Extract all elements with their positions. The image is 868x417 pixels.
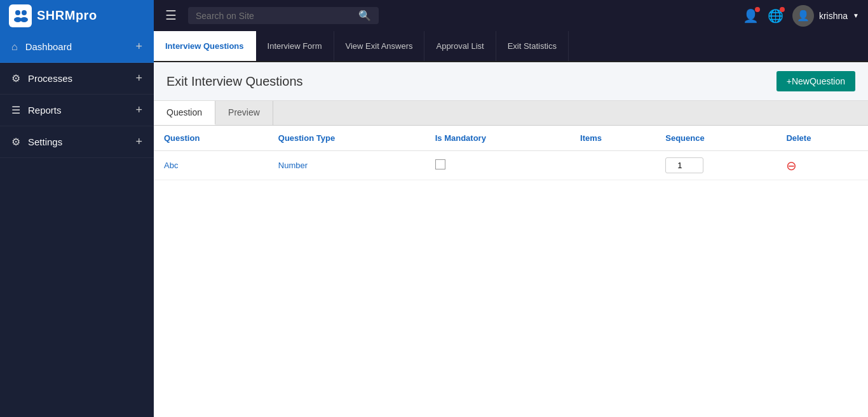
avatar: 👤 [792, 5, 814, 27]
table-row: Abc Number ⊖ [154, 151, 868, 180]
hamburger-button[interactable]: ☰ [154, 0, 188, 31]
logo-icon [9, 4, 32, 27]
logo-area: SHRMpro [0, 0, 154, 31]
reports-icon: ☰ [11, 104, 20, 116]
mandatory-checkbox[interactable] [435, 159, 445, 169]
col-delete: Delete [776, 126, 868, 151]
question-type-link[interactable]: Number [278, 161, 308, 170]
top-right-icons: 👤 🌐 👤 krishna ▼ [743, 5, 868, 27]
page-title: Exit Interview Questions [166, 74, 303, 89]
cell-question: Abc [154, 151, 268, 180]
sidebar-item-settings[interactable]: ⚙ Settings + [0, 126, 154, 158]
sub-tabs: Question Preview [154, 101, 868, 126]
search-area: 🔍 [188, 7, 379, 24]
settings-icon: ⚙ [11, 136, 20, 148]
sidebar-label-dashboard: Dashboard [25, 41, 72, 52]
sequence-input[interactable] [665, 157, 703, 173]
sidebar: ⌂ Dashboard + ⚙ Processes + ☰ Reports + … [0, 31, 154, 417]
home-icon: ⌂ [11, 41, 18, 53]
sidebar-label-processes: Processes [28, 73, 72, 84]
main-layout: ⌂ Dashboard + ⚙ Processes + ☰ Reports + … [0, 31, 868, 417]
chevron-down-icon: ▼ [853, 12, 859, 19]
user-notification-icon[interactable]: 👤 [743, 8, 759, 23]
tab-interview-questions[interactable]: Interview Questions [154, 31, 256, 61]
questions-table: Question Question Type Is Mandatory Item… [154, 126, 868, 180]
sidebar-plus-settings: + [135, 135, 142, 149]
search-input[interactable] [196, 11, 353, 21]
globe-icon[interactable]: 🌐 [768, 8, 783, 23]
search-icon: 🔍 [358, 10, 371, 22]
processes-icon: ⚙ [11, 72, 20, 84]
question-link[interactable]: Abc [164, 161, 178, 170]
tab-interview-form[interactable]: Interview Form [256, 31, 334, 61]
table-header-row: Question Question Type Is Mandatory Item… [154, 126, 868, 151]
content-area: Interview Questions Interview Form View … [154, 31, 868, 417]
sidebar-label-settings: Settings [28, 136, 62, 147]
sidebar-plus-processes: + [135, 72, 142, 85]
sidebar-plus-reports: + [135, 103, 142, 117]
tab-view-exit-answers[interactable]: View Exit Answers [334, 31, 425, 61]
new-question-button[interactable]: +NewQuestion [776, 71, 855, 91]
sidebar-item-reports[interactable]: ☰ Reports + [0, 95, 154, 126]
delete-button[interactable]: ⊖ [786, 158, 797, 173]
sidebar-item-processes[interactable]: ⚙ Processes + [0, 63, 154, 95]
sidebar-label-reports: Reports [28, 105, 62, 116]
table-container: Question Question Type Is Mandatory Item… [154, 126, 868, 417]
top-navbar: SHRMpro ☰ 🔍 👤 🌐 👤 krishna ▼ [0, 0, 868, 31]
tab-approval-list[interactable]: Approval List [424, 31, 496, 61]
sub-tab-question[interactable]: Question [154, 101, 215, 125]
content-header: Exit Interview Questions +NewQuestion [154, 62, 868, 101]
col-sequence: Sequence [655, 126, 776, 151]
svg-point-3 [20, 17, 28, 22]
user-area[interactable]: 👤 krishna ▼ [792, 5, 859, 27]
sub-tab-preview[interactable]: Preview [215, 101, 273, 125]
username-label: krishna [819, 11, 848, 21]
svg-point-0 [15, 10, 20, 15]
cell-question-type: Number [268, 151, 425, 180]
sidebar-item-dashboard[interactable]: ⌂ Dashboard + [0, 31, 154, 63]
sidebar-plus-dashboard: + [135, 40, 142, 53]
col-question-type: Question Type [268, 126, 425, 151]
svg-point-1 [22, 10, 27, 15]
col-question: Question [154, 126, 268, 151]
cell-is-mandatory [425, 151, 570, 180]
cell-items [570, 151, 655, 180]
col-is-mandatory: Is Mandatory [425, 126, 570, 151]
notification-badge [755, 7, 760, 12]
tab-exit-statistics[interactable]: Exit Statistics [496, 31, 569, 61]
col-items: Items [570, 126, 655, 151]
cell-delete: ⊖ [776, 151, 868, 180]
globe-badge [780, 7, 785, 12]
cell-sequence [655, 151, 776, 180]
app-name: SHRMpro [37, 8, 97, 23]
tab-bar: Interview Questions Interview Form View … [154, 31, 868, 62]
